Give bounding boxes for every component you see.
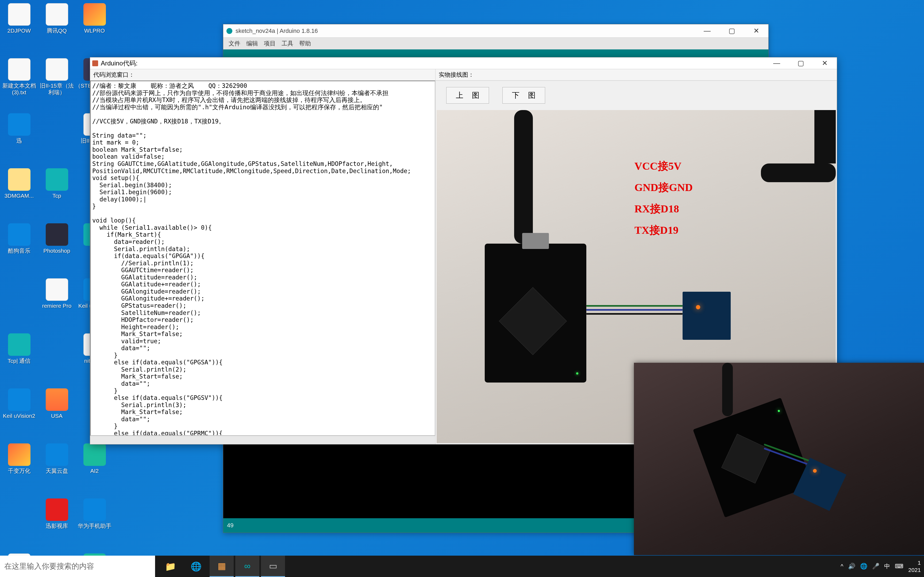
prev-image-button[interactable]: 上 图 [446, 87, 489, 104]
viewer-close-button[interactable]: ✕ [813, 57, 837, 69]
desktop-icon-label: 迅影视库 [46, 522, 68, 529]
viewer-maximize-button[interactable]: ▢ [789, 57, 813, 69]
maximize-button[interactable]: ▢ [720, 24, 744, 38]
viewer-titlebar[interactable]: Arduino代码: — ▢ ✕ [90, 57, 837, 69]
app-running-1-icon[interactable]: ▦ [210, 556, 234, 577]
viewer-title: Arduino代码: [101, 59, 137, 68]
desktop-icon-glyph [8, 58, 31, 81]
tray-keyboard-icon[interactable]: ⌨ [895, 563, 903, 570]
desktop-icon-9[interactable]: 3DMGAM... [1, 166, 37, 219]
tray-ime-icon[interactable]: 中 [884, 562, 890, 570]
desktop-icon-2[interactable]: WLPRO [76, 1, 113, 55]
power-led-icon [576, 372, 578, 374]
system-tray[interactable]: ^ 🔊 🌐 🎤 中 ⌨ 1 2021 [841, 559, 924, 574]
desktop-icon-glyph [83, 3, 106, 26]
wiring-vcc: VCC接5V [635, 155, 693, 177]
clock-date: 2021 [908, 566, 921, 574]
wiring-text-overlay: VCC接5V GND接GND RX接D18 TX接D19 [635, 155, 693, 241]
desktop-icon-4[interactable]: 旧II-15章（法利瑞） [39, 56, 75, 110]
arduino-menu-item-4[interactable]: 帮助 [299, 40, 311, 48]
tray-mic-icon[interactable]: 🎤 [872, 563, 879, 570]
desktop-icon-label: AI2 [90, 467, 99, 474]
desktop-icon-28[interactable]: 迅影视库 [39, 496, 75, 550]
desktop-icon-glyph [83, 443, 106, 466]
code-area[interactable]: //编者：黎文康 昵称：游者之风 QQ：3262900 //部份源代码来源于网上… [90, 81, 435, 436]
desktop-icon-label: Keil uVision2 [3, 413, 35, 419]
desktop-icon-21[interactable]: Keil uVision2 [1, 386, 37, 440]
arduino-taskbar-icon[interactable]: ∞ [235, 556, 259, 577]
desktop-icon-glyph [83, 498, 106, 521]
wiring-gnd: GND接GND [635, 177, 693, 198]
wiring-rx: RX接D18 [635, 198, 693, 219]
desktop-icon-glyph [8, 443, 31, 466]
arduino-mega-board [485, 243, 586, 382]
next-image-button[interactable]: 下 图 [502, 87, 545, 104]
usb-cable [514, 110, 533, 243]
antenna-cable-2 [761, 163, 836, 182]
arduino-menu-item-3[interactable]: 工具 [281, 40, 293, 48]
close-button[interactable]: ✕ [744, 24, 768, 38]
search-placeholder: 在这里输入你要搜索的内容 [4, 561, 94, 571]
desktop-icon-glyph [46, 3, 68, 26]
image-panel-label: 实物接线图： [436, 69, 837, 81]
desktop-icon-10[interactable]: Tcp [39, 166, 75, 219]
desktop-icon-12[interactable]: 酷狗音乐 [1, 221, 37, 275]
viewer-minimize-button[interactable]: — [765, 57, 789, 69]
arduino-logo-icon [226, 28, 233, 34]
desktop-icon-3[interactable]: 新建文本文档 (3).txt [1, 56, 37, 110]
desktop-icon-16[interactable]: remiere Pro [39, 276, 75, 330]
minimize-button[interactable]: — [695, 24, 719, 38]
tray-volume-icon[interactable]: 🔊 [848, 563, 855, 570]
explorer-icon[interactable]: 📁 [158, 556, 183, 577]
desktop-icon-label: Tcp| 通信 [8, 358, 31, 364]
desktop-icon-label: USA [51, 413, 63, 419]
desktop-icon-25[interactable]: 天翼云盘 [39, 441, 75, 495]
desktop-icon-glyph [46, 388, 68, 411]
desktop-icon-label: Tcp [52, 192, 61, 199]
gps-module-board [683, 292, 731, 340]
desktop-icon-label: WLPRO [84, 27, 105, 34]
desktop-icon-1[interactable]: 腾讯QQ [39, 1, 75, 55]
cam-arduino-board [693, 398, 813, 518]
desktop-icon-13[interactable]: Photoshop [39, 221, 75, 275]
desktop-icon-label: 旧II-15章（法利瑞） [39, 82, 75, 96]
desktop-icon-label: 3DMGAM... [5, 192, 34, 199]
wire-blue [586, 309, 683, 311]
desktop-icon-glyph [8, 223, 31, 246]
desktop-icon-glyph [46, 443, 68, 466]
desktop-icon-glyph [8, 334, 31, 356]
desktop-icon-26[interactable]: AI2 [76, 441, 113, 495]
taskbar: 在这里输入你要搜索的内容 📁 🌐 ▦ ∞ ▭ ^ 🔊 🌐 🎤 中 ⌨ 1 202… [0, 556, 924, 577]
desktop-icon-18[interactable]: Tcp| 通信 [1, 331, 37, 385]
mcu-chip [499, 287, 567, 355]
desktop-icon-glyph [8, 113, 31, 136]
desktop-icon-label: Photoshop [43, 247, 70, 254]
tray-chevron-icon[interactable]: ^ [841, 563, 843, 570]
status-line: 49 [227, 522, 233, 529]
desktop-icon-29[interactable]: 华为手机助手 [76, 496, 113, 550]
desktop-icon-6[interactable]: 迅 [1, 111, 37, 164]
wire-black [586, 313, 683, 315]
arduino-menu-item-1[interactable]: 编辑 [246, 40, 258, 48]
tray-network-icon[interactable]: 🌐 [860, 563, 867, 570]
desktop-icon-0[interactable]: 2DJPOW [1, 1, 37, 55]
camera-overlay [634, 363, 924, 555]
tray-clock[interactable]: 1 2021 [908, 559, 921, 574]
horizontal-scrollbar[interactable] [90, 436, 435, 444]
wiring-tx: TX接D19 [635, 219, 693, 241]
arduino-menu-item-2[interactable]: 项目 [264, 40, 276, 48]
desktop-icon-glyph [8, 388, 31, 411]
arduino-menu-item-0[interactable]: 文件 [229, 40, 241, 48]
arduino-titlebar[interactable]: sketch_nov24a | Arduino 1.8.16 — ▢ ✕ [223, 24, 768, 38]
desktop-icon-glyph [46, 498, 68, 521]
clock-time: 1 [908, 559, 921, 566]
cam-led-icon [777, 409, 780, 412]
app-running-2-icon[interactable]: ▭ [261, 556, 285, 577]
browser-icon[interactable]: 🌐 [184, 556, 208, 577]
cam-chip-icon [721, 434, 771, 484]
desktop-icon-24[interactable]: 千变万化 [1, 441, 37, 495]
taskbar-search[interactable]: 在这里输入你要搜索的内容 [0, 556, 155, 577]
desktop-icon-glyph [46, 223, 68, 246]
desktop-icon-22[interactable]: USA [39, 386, 75, 440]
code-panel: 代码浏览窗口： //编者：黎文康 昵称：游者之风 QQ：3262900 //部份… [90, 69, 436, 444]
